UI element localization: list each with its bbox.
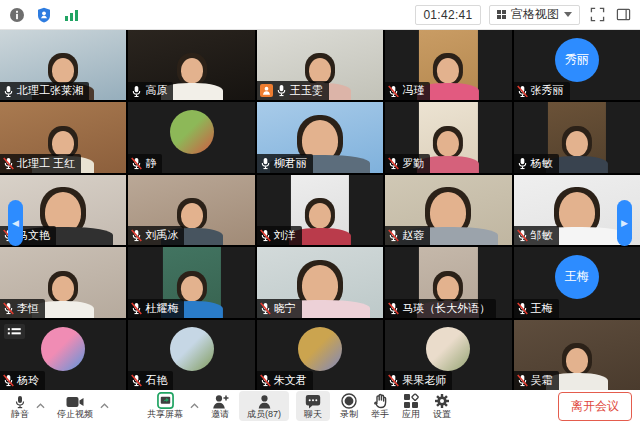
video-tile-14[interactable]: 赵蓉 — [385, 175, 511, 245]
layout-panel-icon[interactable] — [614, 6, 632, 24]
avatar-initials: 秀丽 — [555, 38, 599, 82]
mic-icon — [14, 395, 26, 409]
previous-page-arrow[interactable]: ◀ — [8, 200, 23, 246]
fullscreen-icon[interactable] — [588, 6, 606, 24]
mic-icon — [260, 157, 271, 170]
video-tile-6[interactable]: 北理工 王红 — [0, 102, 126, 172]
muted-mic-icon — [131, 302, 142, 315]
video-tile-13[interactable]: 刘洋 — [257, 175, 383, 245]
video-tile-19[interactable]: 马瑛（长大外语） — [385, 247, 511, 317]
video-tile-5[interactable]: 秀丽 张秀丽 — [514, 30, 640, 100]
video-tile-21[interactable]: 杨玲 — [0, 320, 126, 390]
stop-video-chevron-up-icon[interactable] — [100, 403, 109, 409]
hand-icon — [373, 393, 388, 409]
video-tile-24[interactable]: 果果老师 — [385, 320, 511, 390]
video-tile-4[interactable]: 冯瑾 — [385, 30, 511, 100]
shield-icon[interactable] — [35, 6, 53, 24]
video-tile-25[interactable]: 吴霜 — [514, 320, 640, 390]
muted-mic-icon — [388, 229, 399, 242]
chat-button[interactable]: 聊天 — [296, 391, 330, 421]
mute-chevron-up-icon[interactable] — [36, 403, 45, 409]
meeting-timer-value: 01:42:41 — [423, 8, 472, 22]
muted-mic-icon — [3, 157, 14, 170]
avatar-photo — [426, 327, 470, 371]
mic-icon — [517, 157, 528, 170]
top-bar: 01:42:41 宫格视图 — [0, 0, 640, 30]
settings-button[interactable]: 设置 — [430, 391, 454, 421]
avatar-photo — [170, 327, 214, 371]
raise-hand-label: 举手 — [371, 410, 389, 419]
avatar-photo — [170, 110, 214, 154]
participant-name: 晓宁 — [274, 303, 296, 314]
apps-label: 应用 — [402, 410, 420, 419]
video-tile-8[interactable]: 柳君丽 — [257, 102, 383, 172]
video-tile-1[interactable]: 北理工张莱湘 — [0, 30, 126, 100]
video-tile-23[interactable]: 朱文君 — [257, 320, 383, 390]
video-tile-12[interactable]: 刘禹冰 — [128, 175, 254, 245]
participant-name: 罗勤 — [402, 158, 424, 169]
participant-name: 静 — [145, 158, 156, 169]
members-button[interactable]: 成员(87) — [239, 391, 289, 421]
avatar-photo — [41, 327, 85, 371]
view-mode-selector[interactable]: 宫格视图 — [489, 5, 581, 25]
participant-name-tag: 李恒 — [0, 299, 45, 318]
participant-name: 王玉雯 — [290, 85, 323, 96]
stop-video-button[interactable]: 停止视频 — [54, 391, 96, 421]
invite-button[interactable]: 邀请 — [208, 391, 232, 421]
participant-name-tag: 王梅 — [514, 299, 559, 318]
participant-name: 李恒 — [17, 303, 39, 314]
stop-video-label: 停止视频 — [57, 410, 93, 419]
leave-meeting-button[interactable]: 离开会议 — [558, 392, 632, 421]
video-tile-18[interactable]: 晓宁 — [257, 247, 383, 317]
mute-button[interactable]: 静音 — [8, 391, 32, 421]
record-label: 录制 — [340, 410, 358, 419]
list-icon[interactable] — [4, 324, 25, 339]
video-tile-16[interactable]: 李恒 — [0, 247, 126, 317]
participant-name: 杨玲 — [17, 375, 39, 386]
participant-name: 柳君丽 — [274, 158, 307, 169]
record-icon — [341, 393, 357, 409]
participant-name: 赵蓉 — [402, 230, 424, 241]
participant-name: 冯瑾 — [402, 85, 424, 96]
video-tile-10[interactable]: 杨敏 — [514, 102, 640, 172]
meeting-timer: 01:42:41 — [415, 5, 480, 25]
video-tile-3[interactable]: 王玉雯 — [257, 30, 383, 100]
participant-name-tag: 冯瑾 — [385, 82, 430, 101]
raise-hand-button[interactable]: 举手 — [368, 391, 392, 421]
video-tile-22[interactable]: 石艳 — [128, 320, 254, 390]
apps-button[interactable]: 应用 — [399, 391, 423, 421]
camera-icon — [66, 393, 84, 409]
muted-mic-icon — [517, 302, 528, 315]
muted-mic-icon — [3, 302, 14, 315]
next-page-arrow[interactable]: ▶ — [617, 200, 632, 246]
muted-mic-icon — [131, 157, 142, 170]
meeting-window: 01:42:41 宫格视图 北理工张莱湘 高原 王玉雯 冯瑾秀丽 — [0, 0, 640, 422]
participant-name-tag: 晓宁 — [257, 299, 302, 318]
participant-name-tag: 刘洋 — [257, 226, 302, 245]
share-screen-button[interactable]: 共享屏幕 — [144, 391, 186, 421]
apps-icon — [403, 393, 419, 409]
video-tile-9[interactable]: 罗勤 — [385, 102, 511, 172]
invite-icon — [212, 393, 229, 409]
top-bar-status-icons — [8, 6, 80, 24]
participant-name-tag: 邹敏 — [514, 226, 559, 245]
video-tile-7[interactable]: 静 — [128, 102, 254, 172]
share-screen-chevron-up-icon[interactable] — [190, 403, 199, 409]
participant-name-tag: 北理工 王红 — [0, 154, 81, 173]
video-tile-20[interactable]: 王梅 王梅 — [514, 247, 640, 317]
signal-icon[interactable] — [62, 6, 80, 24]
chat-icon — [305, 393, 321, 409]
muted-mic-icon — [131, 374, 142, 387]
participant-name-tag: 静 — [128, 154, 162, 173]
invite-label: 邀请 — [211, 410, 229, 419]
participant-name-tag: 北理工张莱湘 — [0, 82, 89, 101]
view-mode-label: 宫格视图 — [511, 6, 559, 23]
record-button[interactable]: 录制 — [337, 391, 361, 421]
muted-mic-icon — [131, 229, 142, 242]
info-icon[interactable] — [8, 6, 26, 24]
share-screen-label: 共享屏幕 — [147, 410, 183, 419]
participant-name: 杜耀梅 — [145, 303, 178, 314]
video-tile-17[interactable]: 杜耀梅 — [128, 247, 254, 317]
video-tile-2[interactable]: 高原 — [128, 30, 254, 100]
muted-mic-icon — [3, 374, 14, 387]
